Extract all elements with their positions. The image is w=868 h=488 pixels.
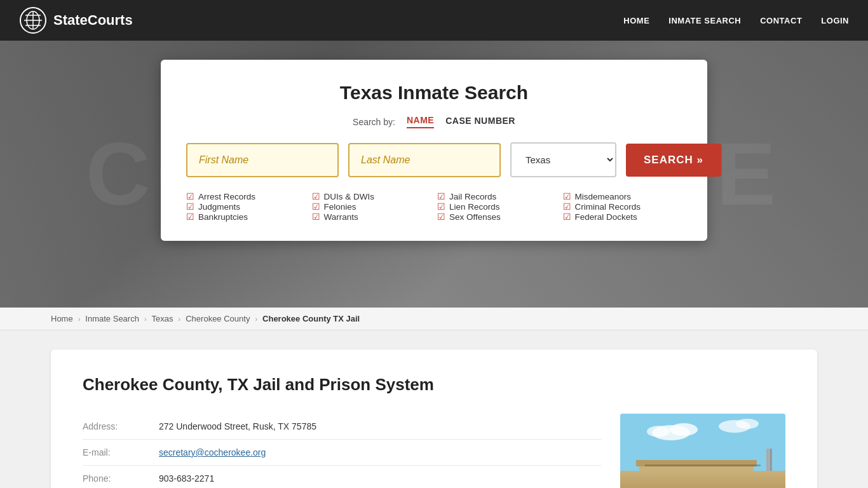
site-header: StateCourts HOME INMATE SEARCH CONTACT L…: [0, 0, 868, 41]
email-link[interactable]: secretary@cocherokee.org: [159, 447, 266, 458]
tab-case-number[interactable]: CASE NUMBER: [445, 116, 515, 128]
checkbox-jail-records: ☑ Jail Records: [437, 191, 557, 201]
search-button[interactable]: SEARCH »: [626, 144, 721, 177]
nav-login[interactable]: LOGIN: [821, 16, 849, 25]
search-by-label: Search by:: [353, 117, 395, 127]
main-nav: HOME INMATE SEARCH CONTACT LOGIN: [623, 16, 849, 25]
content-card: Cherokee County, TX Jail and Prison Syst…: [51, 349, 817, 488]
checkbox-label: Federal Dockets: [575, 212, 637, 222]
svg-rect-19: [733, 471, 747, 482]
checkboxes-grid: ☑ Arrest Records ☑ Judgments ☑ Bankruptc…: [186, 191, 682, 222]
last-name-input[interactable]: [348, 143, 501, 177]
checkbox-lien-records: ☑ Lien Records: [437, 201, 557, 212]
breadcrumb-sep-1: ›: [78, 315, 81, 323]
svg-rect-17: [691, 471, 705, 482]
search-card: Texas Inmate Search Search by: NAME CASE…: [161, 60, 707, 241]
checkbox-felonies: ☑ Felonies: [312, 201, 431, 212]
checkbox-col-1: ☑ Arrest Records ☑ Judgments ☑ Bankruptc…: [186, 191, 306, 222]
hero-section: Texas Inmate Search Search by: NAME CASE…: [0, 41, 868, 308]
checkbox-sex-offenses: ☑ Sex Offenses: [437, 212, 557, 222]
facility-svg: [620, 414, 785, 488]
check-icon: ☑: [312, 191, 320, 201]
facility-title: Cherokee County, TX Jail and Prison Syst…: [83, 375, 785, 395]
search-inputs-row: AlabamaAlaskaArizonaArkansasCaliforniaCo…: [186, 142, 682, 177]
checkbox-judgments: ☑ Judgments: [186, 201, 306, 212]
search-card-title: Texas Inmate Search: [186, 82, 682, 104]
main-content: Cherokee County, TX Jail and Prison Syst…: [0, 330, 868, 488]
breadcrumb-cherokee-county[interactable]: Cherokee County: [186, 314, 250, 323]
nav-contact[interactable]: CONTACT: [760, 16, 802, 25]
checkbox-label: Judgments: [198, 202, 240, 212]
checkbox-label: Bankruptcies: [198, 212, 248, 222]
breadcrumb-current: Cherokee County TX Jail: [262, 314, 360, 323]
svg-point-8: [670, 423, 698, 436]
check-icon: ☑: [563, 201, 571, 212]
svg-rect-18: [712, 471, 726, 482]
breadcrumb-texas[interactable]: Texas: [152, 314, 173, 323]
logo-icon: [19, 6, 47, 34]
phone-value: 903-683-2271: [159, 473, 601, 484]
logo-area: StateCourts: [19, 6, 133, 34]
svg-rect-28: [770, 449, 772, 488]
breadcrumb-inmate-search[interactable]: Inmate Search: [85, 314, 139, 323]
svg-rect-15: [649, 471, 663, 482]
svg-rect-6: [620, 414, 785, 484]
checkbox-label: Warrants: [324, 212, 358, 222]
svg-rect-16: [670, 471, 684, 482]
svg-rect-14: [636, 460, 757, 466]
breadcrumb-home[interactable]: Home: [51, 314, 73, 323]
checkbox-label: Lien Records: [449, 202, 500, 212]
checkbox-label: Misdemeanors: [575, 192, 632, 201]
checkbox-duis-dwis: ☑ DUIs & DWIs: [312, 191, 431, 201]
svg-rect-29: [766, 449, 769, 488]
check-icon: ☑: [186, 212, 194, 222]
check-icon: ☑: [186, 191, 194, 201]
checkbox-criminal-records: ☑ Criminal Records: [563, 201, 682, 212]
svg-rect-13: [639, 464, 754, 488]
nav-home[interactable]: HOME: [623, 16, 649, 25]
svg-point-33: [768, 478, 780, 488]
address-value: 272 Underwood Street, Rusk, TX 75785: [159, 421, 601, 431]
svg-point-11: [736, 419, 759, 429]
check-icon: ☑: [563, 212, 571, 222]
email-row: E-mail: secretary@cocherokee.org: [83, 440, 601, 466]
check-icon: ☑: [563, 191, 571, 201]
svg-point-31: [620, 473, 635, 488]
check-icon: ☑: [437, 201, 445, 212]
email-label: E-mail:: [83, 447, 159, 458]
breadcrumb-sep-2: ›: [144, 315, 147, 323]
state-select[interactable]: AlabamaAlaskaArizonaArkansasCaliforniaCo…: [510, 142, 616, 177]
first-name-input[interactable]: [186, 143, 339, 177]
checkbox-warrants: ☑ Warrants: [312, 212, 431, 222]
checkbox-col-4: ☑ Misdemeanors ☑ Criminal Records ☑ Fede…: [563, 191, 682, 222]
address-row: Address: 272 Underwood Street, Rusk, TX …: [83, 414, 601, 440]
phone-label: Phone:: [83, 473, 159, 484]
checkbox-misdemeanors: ☑ Misdemeanors: [563, 191, 682, 201]
checkbox-label: Sex Offenses: [449, 212, 501, 222]
breadcrumb-sep-3: ›: [179, 315, 181, 323]
check-icon: ☑: [437, 212, 445, 222]
check-icon: ☑: [312, 201, 320, 212]
phone-row: Phone: 903-683-2271: [83, 466, 601, 488]
address-label: Address:: [83, 421, 159, 431]
check-icon: ☑: [186, 201, 194, 212]
checkbox-bankruptcies: ☑ Bankruptcies: [186, 212, 306, 222]
tab-name[interactable]: NAME: [407, 115, 434, 128]
content-body: Address: 272 Underwood Street, Rusk, TX …: [83, 414, 785, 488]
checkbox-federal-dockets: ☑ Federal Dockets: [563, 212, 682, 222]
checkbox-col-2: ☑ DUIs & DWIs ☑ Felonies ☑ Warrants: [312, 191, 431, 222]
search-by-row: Search by: NAME CASE NUMBER: [186, 115, 682, 128]
breadcrumb-sep-4: ›: [255, 315, 257, 323]
content-left: Address: 272 Underwood Street, Rusk, TX …: [83, 414, 601, 488]
check-icon: ☑: [312, 212, 320, 222]
checkbox-label: DUIs & DWIs: [324, 192, 375, 201]
checkbox-label: Arrest Records: [198, 192, 255, 201]
checkbox-label: Jail Records: [449, 192, 496, 201]
nav-inmate-search[interactable]: INMATE SEARCH: [668, 16, 741, 25]
site-name: StateCourts: [53, 12, 133, 29]
svg-point-9: [647, 426, 670, 437]
facility-image: [620, 414, 785, 488]
checkbox-label: Criminal Records: [575, 202, 641, 212]
checkbox-label: Felonies: [324, 202, 356, 212]
checkbox-arrest-records: ☑ Arrest Records: [186, 191, 306, 201]
